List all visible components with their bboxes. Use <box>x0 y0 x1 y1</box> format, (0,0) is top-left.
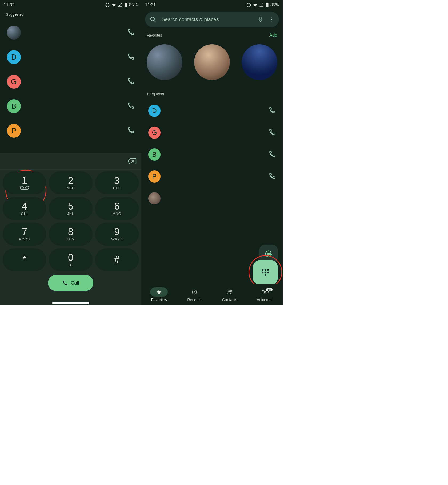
frequent-row[interactable]: D <box>141 100 283 122</box>
search-icon <box>150 16 156 23</box>
battery-pct: 85% <box>129 3 138 7</box>
contact-avatar: B <box>7 99 21 113</box>
frequent-row[interactable] <box>141 187 283 209</box>
status-time: 11:32 <box>4 3 14 7</box>
add-favorite-button[interactable]: Add <box>269 33 277 38</box>
suggested-row[interactable]: B <box>0 94 141 119</box>
phone-icon[interactable] <box>127 127 134 135</box>
nav-recents[interactable]: Recents <box>177 284 212 305</box>
keypad: 12ABC3DEF4GHI5JKL6MNO7PQRS8TUV9WXYZ*0+# <box>0 170 141 273</box>
key-2[interactable]: 2ABC <box>49 171 92 194</box>
key-num: 7 <box>22 227 27 237</box>
key-6[interactable]: 6MNO <box>95 197 139 220</box>
key-num: 8 <box>68 227 73 237</box>
status-bar: 11:31 85% <box>141 0 283 9</box>
frequent-row[interactable]: B <box>141 144 283 165</box>
contact-avatar <box>148 192 161 204</box>
svg-point-13 <box>151 17 154 21</box>
contact-avatar: P <box>148 170 161 183</box>
key-sub: GHI <box>21 212 28 216</box>
phone-icon[interactable] <box>269 172 276 180</box>
status-time: 11:31 <box>145 3 156 7</box>
phone-icon[interactable] <box>127 53 134 61</box>
favorites-label: Favorites <box>147 33 162 37</box>
favorite-contact[interactable] <box>194 44 230 80</box>
home-indicator[interactable] <box>52 302 89 304</box>
svg-point-22 <box>267 269 269 271</box>
backspace-icon[interactable] <box>127 157 137 166</box>
key-3[interactable]: 3DEF <box>95 171 139 194</box>
frequent-row[interactable]: P <box>141 165 283 187</box>
key-num: 5 <box>68 202 73 211</box>
key-9[interactable]: 9WXYZ <box>95 223 139 246</box>
suggested-row[interactable]: D <box>0 45 141 69</box>
battery-icon <box>124 3 127 7</box>
key-sub: DEF <box>113 186 121 190</box>
suggested-row[interactable] <box>0 20 141 45</box>
svg-point-28 <box>228 290 230 292</box>
key-sub: TUV <box>67 237 74 241</box>
contact-avatar: P <box>7 124 21 138</box>
dialpad-fab[interactable] <box>253 260 278 285</box>
key-1[interactable]: 1 <box>3 171 46 194</box>
phone-icon[interactable] <box>127 102 134 110</box>
nav-voicemail[interactable]: 58 Voicemail <box>247 284 283 305</box>
phone-icon[interactable] <box>269 107 276 115</box>
favorite-contact[interactable] <box>147 44 182 80</box>
bottom-nav: Favorites Recents Contacts 58 Voicemail <box>141 284 283 305</box>
nav-label: Recents <box>187 298 201 302</box>
nav-label: Contacts <box>222 298 237 302</box>
suggested-list: DGBP <box>0 20 141 143</box>
mic-icon[interactable] <box>258 17 263 22</box>
dnd-icon <box>105 3 110 7</box>
call-button[interactable]: Call <box>48 275 93 291</box>
suggested-label: Suggested <box>0 9 141 20</box>
phone-icon[interactable] <box>127 29 134 37</box>
svg-rect-3 <box>125 3 126 3</box>
battery-pct: 85% <box>270 3 279 7</box>
nav-favorites[interactable]: Favorites <box>141 284 177 305</box>
key-8[interactable]: 8TUV <box>49 223 92 246</box>
key-sub: + <box>70 263 72 267</box>
more-icon[interactable] <box>269 17 274 22</box>
dnd-icon <box>246 3 251 7</box>
contact-avatar: D <box>148 105 161 117</box>
voicemail-icon <box>19 185 30 190</box>
key-num: 1 <box>22 176 27 185</box>
signal-icon <box>259 3 264 7</box>
phone-icon[interactable] <box>269 151 276 159</box>
key-5[interactable]: 5JKL <box>49 197 92 220</box>
suggested-row[interactable]: G <box>0 69 141 94</box>
favorite-contact[interactable] <box>242 44 277 80</box>
dialpad-panel: 12ABC3DEF4GHI5JKL6MNO7PQRS8TUV9WXYZ*0+# … <box>0 153 141 305</box>
phone-icon[interactable] <box>269 129 276 137</box>
key-#[interactable]: # <box>95 248 139 271</box>
suggested-row[interactable]: P <box>0 119 141 143</box>
key-num: * <box>23 255 26 265</box>
nav-label: Favorites <box>151 298 167 302</box>
frequent-row[interactable]: G <box>141 122 283 144</box>
contact-avatar: G <box>148 127 161 139</box>
search-bar[interactable]: Search contacts & places <box>145 12 279 27</box>
favorites-row <box>141 40 283 88</box>
key-*[interactable]: * <box>3 248 46 271</box>
nav-contacts[interactable]: Contacts <box>212 284 247 305</box>
phone-icon[interactable] <box>127 78 134 86</box>
svg-rect-19 <box>267 253 270 255</box>
svg-point-29 <box>230 290 232 292</box>
svg-point-7 <box>26 186 29 189</box>
key-4[interactable]: 4GHI <box>3 197 46 220</box>
key-num: 6 <box>114 202 119 211</box>
svg-point-30 <box>262 290 265 293</box>
frequents-label: Frequents <box>141 88 283 100</box>
key-sub: PQRS <box>19 237 30 241</box>
key-7[interactable]: 7PQRS <box>3 223 46 246</box>
battery-icon <box>266 3 269 7</box>
svg-rect-12 <box>267 3 268 3</box>
key-num: 9 <box>114 227 119 237</box>
key-sub: JKL <box>67 212 74 216</box>
contact-avatar: G <box>7 75 21 89</box>
svg-line-14 <box>154 20 155 22</box>
contact-avatar <box>7 26 21 40</box>
key-0[interactable]: 0+ <box>49 248 92 271</box>
